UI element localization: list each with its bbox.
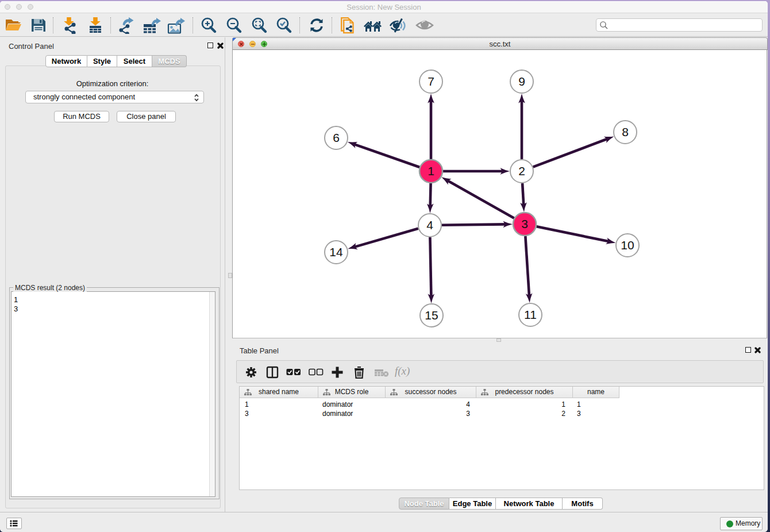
svg-text:11: 11 (524, 308, 537, 321)
svg-text:1: 1 (428, 164, 434, 178)
svg-text:6: 6 (333, 131, 340, 144)
svg-text:8: 8 (622, 125, 629, 138)
svg-text:2: 2 (518, 164, 525, 178)
svg-text:14: 14 (329, 245, 343, 259)
svg-text:10: 10 (621, 238, 634, 252)
svg-text:7: 7 (428, 75, 434, 88)
svg-text:4: 4 (426, 218, 433, 232)
svg-text:15: 15 (425, 309, 438, 322)
svg-text:9: 9 (518, 75, 525, 88)
svg-text:3: 3 (521, 217, 528, 230)
